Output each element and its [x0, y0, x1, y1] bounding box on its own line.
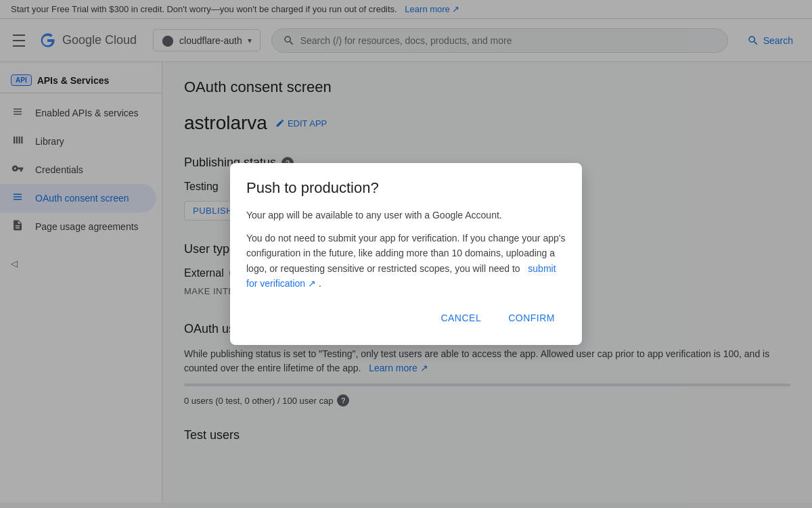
- external-link-icon: ↗: [308, 278, 316, 289]
- cancel-button[interactable]: CANCEL: [430, 307, 492, 329]
- dialog-actions: CANCEL CONFIRM: [246, 307, 566, 329]
- dialog-line1: Your app will be available to any user w…: [246, 208, 566, 223]
- dialog-title: Push to production?: [246, 179, 566, 197]
- dialog-body: Your app will be available to any user w…: [246, 208, 566, 292]
- push-to-production-dialog: Push to production? Your app will be ava…: [230, 163, 582, 346]
- modal-overlay[interactable]: Push to production? Your app will be ava…: [0, 0, 812, 503]
- dialog-line2: You do not need to submit your app for v…: [246, 231, 566, 292]
- confirm-button[interactable]: CONFIRM: [497, 307, 566, 329]
